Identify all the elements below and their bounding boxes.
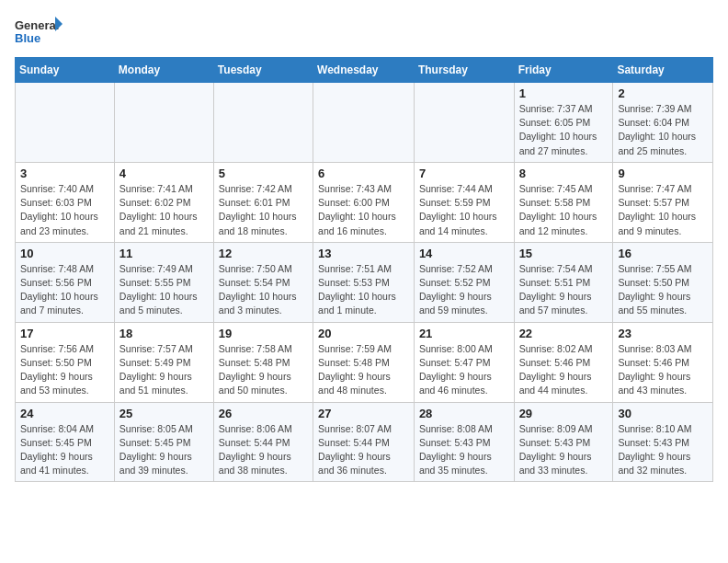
calendar-cell: [213, 83, 313, 163]
day-number: 21: [419, 327, 509, 340]
day-number: 6: [318, 167, 409, 180]
day-number: 1: [519, 86, 609, 100]
calendar-cell: 11Sunrise: 7:49 AM Sunset: 5:55 PM Dayli…: [114, 242, 213, 322]
day-info: Sunrise: 8:00 AM Sunset: 5:47 PM Dayligh…: [419, 342, 509, 398]
day-info: Sunrise: 8:08 AM Sunset: 5:43 PM Dayligh…: [419, 422, 509, 478]
calendar-cell: 30Sunrise: 8:10 AM Sunset: 5:43 PM Dayli…: [613, 402, 713, 482]
day-number: 19: [219, 327, 308, 340]
calendar-cell: 6Sunrise: 7:43 AM Sunset: 6:00 PM Daylig…: [313, 162, 415, 242]
day-number: 13: [318, 247, 409, 260]
day-info: Sunrise: 7:45 AM Sunset: 5:58 PM Dayligh…: [519, 182, 609, 238]
day-info: Sunrise: 7:40 AM Sunset: 6:03 PM Dayligh…: [20, 182, 109, 238]
calendar-cell: 4Sunrise: 7:41 AM Sunset: 6:02 PM Daylig…: [114, 162, 213, 242]
day-info: Sunrise: 7:39 AM Sunset: 6:04 PM Dayligh…: [618, 102, 708, 158]
weekday-header-row: SundayMondayTuesdayWednesdayThursdayFrid…: [16, 58, 713, 83]
day-number: 28: [419, 407, 509, 420]
day-info: Sunrise: 7:57 AM Sunset: 5:49 PM Dayligh…: [119, 342, 209, 398]
day-info: Sunrise: 8:07 AM Sunset: 5:44 PM Dayligh…: [318, 422, 409, 478]
calendar-week-row: 3Sunrise: 7:40 AM Sunset: 6:03 PM Daylig…: [16, 162, 713, 242]
day-info: Sunrise: 7:56 AM Sunset: 5:50 PM Dayligh…: [20, 342, 109, 398]
day-info: Sunrise: 7:52 AM Sunset: 5:52 PM Dayligh…: [419, 262, 509, 318]
calendar-cell: 10Sunrise: 7:48 AM Sunset: 5:56 PM Dayli…: [16, 242, 115, 322]
calendar-table: SundayMondayTuesdayWednesdayThursdayFrid…: [15, 57, 713, 482]
day-number: 24: [20, 407, 109, 420]
calendar-week-row: 1Sunrise: 7:37 AM Sunset: 6:05 PM Daylig…: [16, 83, 713, 163]
day-info: Sunrise: 7:42 AM Sunset: 6:01 PM Dayligh…: [219, 182, 308, 238]
calendar-cell: 17Sunrise: 7:56 AM Sunset: 5:50 PM Dayli…: [16, 322, 115, 402]
calendar-cell: 5Sunrise: 7:42 AM Sunset: 6:01 PM Daylig…: [213, 162, 313, 242]
day-info: Sunrise: 7:43 AM Sunset: 6:00 PM Dayligh…: [318, 182, 409, 238]
calendar-cell: 15Sunrise: 7:54 AM Sunset: 5:51 PM Dayli…: [514, 242, 613, 322]
day-info: Sunrise: 8:02 AM Sunset: 5:46 PM Dayligh…: [519, 342, 609, 398]
day-info: Sunrise: 8:10 AM Sunset: 5:43 PM Dayligh…: [618, 422, 708, 478]
day-info: Sunrise: 7:37 AM Sunset: 6:05 PM Dayligh…: [519, 102, 609, 158]
day-info: Sunrise: 7:48 AM Sunset: 5:56 PM Dayligh…: [20, 262, 109, 318]
calendar-week-row: 24Sunrise: 8:04 AM Sunset: 5:45 PM Dayli…: [16, 402, 713, 482]
calendar-cell: 20Sunrise: 7:59 AM Sunset: 5:48 PM Dayli…: [313, 322, 415, 402]
weekday-header-sunday: Sunday: [16, 58, 115, 83]
calendar-week-row: 17Sunrise: 7:56 AM Sunset: 5:50 PM Dayli…: [16, 322, 713, 402]
calendar-cell: 12Sunrise: 7:50 AM Sunset: 5:54 PM Dayli…: [213, 242, 313, 322]
day-number: 12: [219, 247, 308, 260]
day-number: 3: [20, 167, 109, 180]
day-number: 29: [519, 407, 609, 420]
calendar-header: SundayMondayTuesdayWednesdayThursdayFrid…: [16, 58, 713, 83]
calendar-cell: 18Sunrise: 7:57 AM Sunset: 5:49 PM Dayli…: [114, 322, 213, 402]
calendar-cell: 13Sunrise: 7:51 AM Sunset: 5:53 PM Dayli…: [313, 242, 415, 322]
day-info: Sunrise: 8:05 AM Sunset: 5:45 PM Dayligh…: [119, 422, 209, 478]
day-number: 27: [318, 407, 409, 420]
calendar-cell: 3Sunrise: 7:40 AM Sunset: 6:03 PM Daylig…: [16, 162, 115, 242]
day-number: 8: [519, 167, 609, 180]
day-info: Sunrise: 8:03 AM Sunset: 5:46 PM Dayligh…: [618, 342, 708, 398]
calendar-cell: [313, 83, 415, 163]
svg-text:General: General: [15, 18, 59, 32]
day-info: Sunrise: 7:50 AM Sunset: 5:54 PM Dayligh…: [219, 262, 308, 318]
day-info: Sunrise: 7:49 AM Sunset: 5:55 PM Dayligh…: [119, 262, 209, 318]
day-number: 9: [618, 167, 708, 180]
calendar-cell: 2Sunrise: 7:39 AM Sunset: 6:04 PM Daylig…: [613, 83, 713, 163]
weekday-header-thursday: Thursday: [414, 58, 514, 83]
day-number: 23: [618, 327, 708, 340]
day-number: 11: [119, 247, 209, 260]
calendar-cell: 24Sunrise: 8:04 AM Sunset: 5:45 PM Dayli…: [16, 402, 115, 482]
day-number: 17: [20, 327, 109, 340]
weekday-header-friday: Friday: [514, 58, 613, 83]
calendar-cell: 19Sunrise: 7:58 AM Sunset: 5:48 PM Dayli…: [213, 322, 313, 402]
day-number: 30: [618, 407, 708, 420]
weekday-header-wednesday: Wednesday: [313, 58, 415, 83]
day-number: 25: [119, 407, 209, 420]
day-number: 10: [20, 247, 109, 260]
calendar-cell: 27Sunrise: 8:07 AM Sunset: 5:44 PM Dayli…: [313, 402, 415, 482]
calendar-cell: 26Sunrise: 8:06 AM Sunset: 5:44 PM Dayli…: [213, 402, 313, 482]
day-number: 15: [519, 247, 609, 260]
calendar-cell: 9Sunrise: 7:47 AM Sunset: 5:57 PM Daylig…: [613, 162, 713, 242]
weekday-header-monday: Monday: [114, 58, 213, 83]
calendar-cell: 14Sunrise: 7:52 AM Sunset: 5:52 PM Dayli…: [414, 242, 514, 322]
calendar-cell: 21Sunrise: 8:00 AM Sunset: 5:47 PM Dayli…: [414, 322, 514, 402]
header: General Blue: [15, 15, 713, 48]
calendar-cell: 22Sunrise: 8:02 AM Sunset: 5:46 PM Dayli…: [514, 322, 613, 402]
calendar-cell: 29Sunrise: 8:09 AM Sunset: 5:43 PM Dayli…: [514, 402, 613, 482]
day-info: Sunrise: 7:41 AM Sunset: 6:02 PM Dayligh…: [119, 182, 209, 238]
calendar-cell: 8Sunrise: 7:45 AM Sunset: 5:58 PM Daylig…: [514, 162, 613, 242]
day-number: 16: [618, 247, 708, 260]
day-info: Sunrise: 8:06 AM Sunset: 5:44 PM Dayligh…: [219, 422, 308, 478]
calendar-cell: [16, 83, 115, 163]
calendar-cell: [114, 83, 213, 163]
day-number: 4: [119, 167, 209, 180]
day-number: 18: [119, 327, 209, 340]
weekday-header-saturday: Saturday: [613, 58, 713, 83]
day-info: Sunrise: 7:59 AM Sunset: 5:48 PM Dayligh…: [318, 342, 409, 398]
svg-text:Blue: Blue: [15, 31, 40, 45]
day-info: Sunrise: 8:09 AM Sunset: 5:43 PM Dayligh…: [519, 422, 609, 478]
calendar-cell: [414, 83, 514, 163]
calendar-cell: 16Sunrise: 7:55 AM Sunset: 5:50 PM Dayli…: [613, 242, 713, 322]
day-number: 14: [419, 247, 509, 260]
day-info: Sunrise: 7:51 AM Sunset: 5:53 PM Dayligh…: [318, 262, 409, 318]
day-number: 22: [519, 327, 609, 340]
calendar-cell: 23Sunrise: 8:03 AM Sunset: 5:46 PM Dayli…: [613, 322, 713, 402]
day-number: 5: [219, 167, 308, 180]
day-number: 26: [219, 407, 308, 420]
day-number: 7: [419, 167, 509, 180]
calendar-body: 1Sunrise: 7:37 AM Sunset: 6:05 PM Daylig…: [16, 83, 713, 482]
